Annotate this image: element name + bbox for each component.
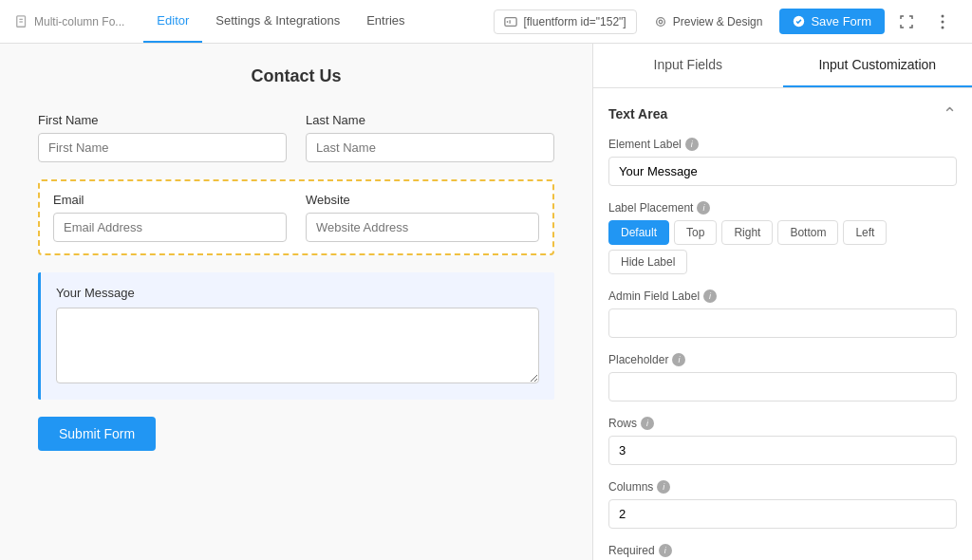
tab-settings[interactable]: Settings & Integrations: [202, 0, 353, 43]
website-input[interactable]: [306, 213, 539, 242]
website-label: Website: [306, 193, 539, 207]
tab-input-fields[interactable]: Input Fields: [593, 44, 783, 87]
placeholder-group: Placeholder i: [608, 353, 957, 401]
tab-input-customization[interactable]: Input Customization: [783, 44, 973, 87]
placement-right[interactable]: Right: [721, 220, 773, 245]
svg-point-11: [942, 26, 944, 28]
breadcrumb-text: Multi-column Fo...: [34, 15, 124, 28]
section-title: Text Area: [608, 106, 667, 121]
preview-text: Preview & Design: [673, 15, 763, 28]
required-info-icon: i: [659, 544, 672, 557]
save-form-label: Save Form: [811, 14, 871, 28]
columns-title: Columns i: [608, 480, 957, 494]
panel-tabs: Input Fields Input Customization: [593, 44, 972, 88]
save-icon: [793, 15, 805, 28]
email-website-row: Email Website: [38, 179, 554, 255]
element-label-title: Element Label i: [608, 138, 957, 151]
placement-left[interactable]: Left: [843, 220, 887, 245]
email-field: Email: [53, 193, 287, 242]
more-options-button[interactable]: [928, 8, 957, 36]
rows-group: Rows i: [608, 417, 957, 465]
columns-group: Columns i: [608, 480, 957, 529]
main-layout: Contact Us First Name Last Name Email We…: [0, 44, 972, 560]
element-label-input[interactable]: [608, 157, 957, 186]
collapse-button[interactable]: ⌃: [943, 103, 957, 124]
section-header: Text Area ⌃: [608, 103, 957, 124]
rows-input[interactable]: [608, 436, 957, 465]
editor-area: Contact Us First Name Last Name Email We…: [0, 44, 592, 560]
columns-input[interactable]: [608, 499, 957, 529]
placeholder-input[interactable]: [608, 372, 957, 401]
breadcrumb: Multi-column Fo...: [15, 15, 124, 28]
message-label: Your Message: [56, 286, 539, 300]
dots-icon: [941, 14, 944, 29]
shortcode-text: [fluentform id="152"]: [523, 15, 626, 28]
fullscreen-icon: [899, 14, 914, 29]
last-name-field: Last Name: [306, 113, 554, 162]
placement-buttons: Default Top Right Bottom Left: [608, 220, 957, 245]
last-name-input[interactable]: [306, 133, 554, 162]
admin-field-label-title: Admin Field Label i: [608, 289, 957, 303]
email-label: Email: [53, 193, 287, 207]
placeholder-info-icon: i: [672, 353, 685, 366]
tab-entries[interactable]: Entries: [353, 0, 418, 43]
placement-bottom[interactable]: Bottom: [777, 220, 838, 245]
admin-field-label-info-icon: i: [703, 289, 717, 303]
save-form-button[interactable]: Save Form: [779, 9, 885, 34]
placement-default[interactable]: Default: [608, 220, 669, 245]
svg-rect-3: [505, 17, 516, 26]
placement-hide-label[interactable]: Hide Label: [608, 250, 687, 274]
admin-field-label-input[interactable]: [608, 308, 957, 338]
label-placement-info-icon: i: [697, 201, 710, 215]
svg-point-9: [942, 14, 944, 17]
last-name-label: Last Name: [306, 113, 554, 127]
first-name-input[interactable]: [38, 133, 287, 162]
email-website-inner: Email Website: [53, 193, 539, 242]
placeholder-title: Placeholder i: [608, 353, 957, 366]
label-placement-title: Label Placement i: [608, 201, 957, 215]
preview-button[interactable]: Preview & Design: [645, 10, 773, 33]
right-panel: Input Fields Input Customization Text Ar…: [592, 44, 972, 560]
fullscreen-button[interactable]: [892, 8, 921, 36]
message-section: Your Message: [38, 272, 554, 400]
file-icon: [15, 15, 28, 28]
nav-tabs: Editor Settings & Integrations Entries: [143, 0, 418, 43]
name-row: First Name Last Name: [38, 113, 554, 162]
required-title: Required i: [608, 544, 957, 557]
nav-right: [fluentform id="152"] Preview & Design S…: [494, 8, 957, 36]
element-label-group: Element Label i: [608, 138, 957, 186]
message-textarea[interactable]: [56, 308, 539, 383]
preview-icon: [654, 15, 667, 28]
svg-point-10: [942, 20, 944, 23]
first-name-field: First Name: [38, 113, 287, 162]
columns-info-icon: i: [657, 480, 670, 494]
shortcode-icon: [504, 15, 517, 28]
first-name-label: First Name: [38, 113, 287, 127]
label-placement-group: Label Placement i Default Top Right Bott…: [608, 201, 957, 274]
form-title: Contact Us: [38, 66, 554, 86]
required-group: Required i Yes No: [608, 544, 957, 560]
top-nav: Multi-column Fo... Editor Settings & Int…: [0, 0, 972, 44]
email-input[interactable]: [53, 213, 287, 242]
placement-top[interactable]: Top: [674, 220, 717, 245]
admin-field-label-group: Admin Field Label i: [608, 289, 957, 338]
submit-button[interactable]: Submit Form: [38, 417, 156, 451]
panel-content: Text Area ⌃ Element Label i Label Placem…: [593, 88, 972, 560]
rows-title: Rows i: [608, 417, 957, 430]
tab-editor[interactable]: Editor: [143, 0, 202, 43]
element-label-info-icon: i: [685, 138, 699, 151]
rows-info-icon: i: [641, 417, 654, 430]
svg-point-7: [659, 20, 663, 24]
shortcode-button[interactable]: [fluentform id="152"]: [494, 9, 636, 34]
website-field: Website: [306, 193, 539, 242]
svg-point-6: [656, 17, 664, 26]
